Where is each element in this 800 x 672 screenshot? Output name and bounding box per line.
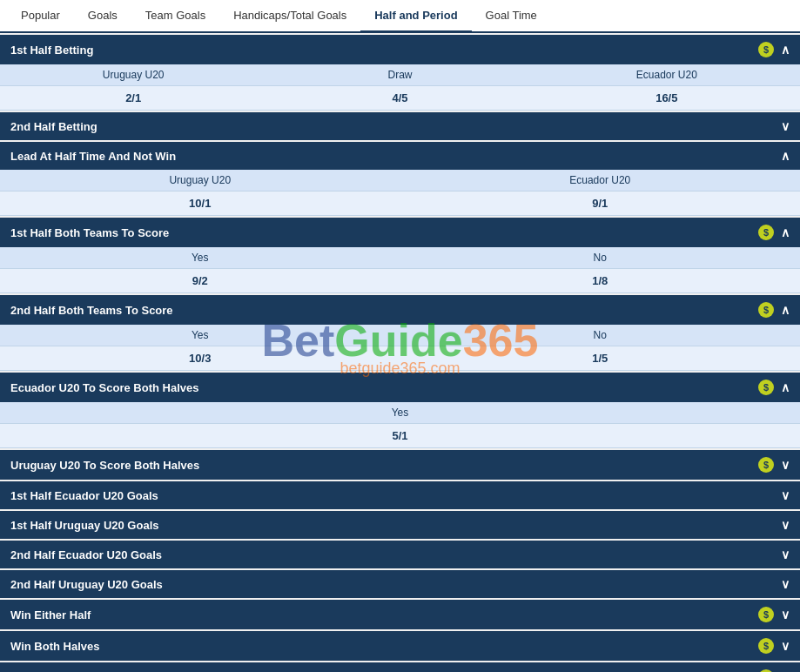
section-content-1st-half-both: Yes No 9/2 1/8	[0, 247, 800, 293]
header-left-1: 1st Half Betting	[10, 44, 93, 57]
nav-tabs: Popular Goals Team Goals Handicaps/Total…	[0, 0, 800, 33]
section-content-lead-at-half: Uruguay U20 Ecuador U20 10/1 9/1	[0, 170, 800, 216]
odds-uru-lead[interactable]: 10/1	[0, 192, 400, 215]
header-left-8: 1st Half Ecuador U20 Goals	[10, 489, 158, 502]
section-content-2nd-half-both: Yes No 10/3 1/5	[0, 325, 800, 371]
chevron-icon-8[interactable]: ∨	[781, 488, 790, 502]
odds-no-2hbts[interactable]: 1/5	[400, 346, 801, 370]
chevron-icon-3[interactable]: ∧	[781, 149, 790, 163]
section-title-win-either-half: Win Either Half	[10, 608, 91, 622]
section-title-win-both-halves: Win Both Halves	[10, 640, 99, 653]
header-right-12: $ ∨	[758, 607, 790, 622]
chevron-icon-10[interactable]: ∨	[781, 548, 790, 561]
col-header-ecuador: Ecuador U20	[534, 64, 800, 85]
col-header-uru-3: Uruguay U20	[0, 170, 400, 191]
header-left-12: Win Either Half	[10, 608, 91, 622]
section-header-2nd-half-betting[interactable]: 2nd Half Betting ∨	[0, 112, 800, 140]
odds-header-row-5: Yes No	[0, 325, 800, 346]
section-title-1st-half-ecuador-goals: 1st Half Ecuador U20 Goals	[10, 489, 158, 502]
section-2nd-half-both-teams: 2nd Half Both Teams To Score $ ∧ Yes No …	[0, 295, 800, 371]
dollar-icon-12[interactable]: $	[758, 607, 774, 622]
odds-no-1hbts[interactable]: 1/8	[400, 269, 801, 292]
header-right-10: ∨	[781, 548, 790, 561]
tab-half-and-period[interactable]: Half and Period	[360, 0, 471, 33]
dollar-icon-13[interactable]: $	[758, 638, 774, 654]
col-spacer-val-6	[534, 424, 800, 447]
section-header-win-both-halves[interactable]: Win Both Halves $ ∨	[0, 631, 800, 661]
section-uruguay-score-both: Uruguay U20 To Score Both Halves $ ∨	[0, 450, 800, 480]
section-content-ecuador-score-both: Yes 5/1	[0, 402, 800, 448]
odds-value-row-5: 10/3 1/5	[0, 346, 800, 371]
dollar-icon-7[interactable]: $	[758, 457, 774, 473]
col-header-ecu-3: Ecuador U20	[400, 170, 801, 191]
odds-ecu-lead[interactable]: 9/1	[400, 192, 801, 215]
section-header-2nd-half-both[interactable]: 2nd Half Both Teams To Score $ ∧	[0, 295, 800, 325]
header-right-3: ∧	[781, 149, 790, 163]
odds-uruguay-1h[interactable]: 2/1	[0, 86, 266, 110]
chevron-icon-5[interactable]: ∧	[781, 303, 790, 317]
odds-header-row-4: Yes No	[0, 247, 800, 269]
odds-yes-ecu-both-halves[interactable]: 5/1	[266, 424, 533, 447]
section-2nd-half-betting: 2nd Half Betting ∨	[0, 112, 800, 140]
section-title-ecuador-score-both: Ecuador U20 To Score Both Halves	[10, 381, 199, 394]
section-header-ecuador-highest-scoring[interactable]: Ecuador U20 Highest Scoring Half? $ ∨	[0, 662, 800, 672]
section-title-1st-half-both: 1st Half Both Teams To Score	[10, 226, 169, 239]
header-right-5: $ ∧	[758, 302, 790, 318]
odds-yes-1hbts[interactable]: 9/2	[0, 269, 400, 292]
chevron-icon-1[interactable]: ∧	[781, 43, 790, 57]
header-right-1: $ ∧	[758, 42, 790, 57]
section-header-2nd-half-uruguay-goals[interactable]: 2nd Half Uruguay U20 Goals ∨	[0, 570, 800, 598]
dollar-icon-1[interactable]: $	[758, 42, 774, 57]
section-header-win-either-half[interactable]: Win Either Half $ ∨	[0, 600, 800, 629]
section-header-1st-half-ecuador-goals[interactable]: 1st Half Ecuador U20 Goals ∨	[0, 481, 800, 509]
section-header-1st-half-both[interactable]: 1st Half Both Teams To Score $ ∧	[0, 218, 800, 247]
tab-team-goals[interactable]: Team Goals	[131, 0, 219, 31]
col-header-uruguay: Uruguay U20	[0, 64, 266, 85]
chevron-icon-13[interactable]: ∨	[781, 639, 790, 653]
section-ecuador-highest-scoring: Ecuador U20 Highest Scoring Half? $ ∨	[0, 662, 800, 672]
tab-goals[interactable]: Goals	[74, 0, 131, 31]
odds-value-row-4: 9/2 1/8	[0, 269, 800, 293]
odds-ecuador-1h[interactable]: 16/5	[534, 86, 800, 110]
chevron-icon-7[interactable]: ∨	[781, 458, 790, 472]
section-content-1st-half-betting: Uruguay U20 Draw Ecuador U20 2/1 4/5 16/…	[0, 64, 800, 111]
header-right-2: ∨	[781, 119, 790, 133]
section-title-1st-half-betting: 1st Half Betting	[10, 44, 93, 57]
header-left-13: Win Both Halves	[10, 640, 99, 653]
section-header-2nd-half-ecuador-goals[interactable]: 2nd Half Ecuador U20 Goals ∨	[0, 541, 800, 568]
odds-draw-1h[interactable]: 4/5	[266, 86, 533, 110]
col-header-no-5: No	[400, 325, 801, 346]
chevron-icon-6[interactable]: ∧	[781, 380, 790, 394]
tab-handicaps[interactable]: Handicaps/Total Goals	[219, 0, 360, 31]
dollar-icon-4[interactable]: $	[758, 225, 774, 240]
dollar-icon-5[interactable]: $	[758, 302, 774, 318]
chevron-icon-2[interactable]: ∨	[781, 119, 790, 133]
header-right-9: ∨	[781, 518, 790, 532]
header-left-6: Ecuador U20 To Score Both Halves	[10, 381, 199, 394]
section-ecuador-score-both: Ecuador U20 To Score Both Halves $ ∧ Yes…	[0, 373, 800, 448]
section-win-both-halves: Win Both Halves $ ∨	[0, 631, 800, 661]
tab-popular[interactable]: Popular	[7, 0, 74, 31]
chevron-icon-11[interactable]: ∨	[781, 577, 790, 591]
header-left-4: 1st Half Both Teams To Score	[10, 226, 169, 239]
section-header-1st-half-uruguay-goals[interactable]: 1st Half Uruguay U20 Goals ∨	[0, 511, 800, 539]
odds-header-row-1: Uruguay U20 Draw Ecuador U20	[0, 64, 800, 86]
section-header-ecuador-score-both[interactable]: Ecuador U20 To Score Both Halves $ ∧	[0, 373, 800, 402]
odds-value-row-3: 10/1 9/1	[0, 192, 800, 216]
section-title-1st-half-uruguay-goals: 1st Half Uruguay U20 Goals	[10, 519, 159, 532]
section-header-lead-at-half[interactable]: Lead At Half Time And Not Win ∧	[0, 142, 800, 170]
chevron-icon-12[interactable]: ∨	[781, 608, 790, 622]
odds-value-row-1: 2/1 4/5 16/5	[0, 86, 800, 111]
dollar-icon-6[interactable]: $	[758, 380, 774, 395]
section-header-uruguay-score-both[interactable]: Uruguay U20 To Score Both Halves $ ∨	[0, 450, 800, 480]
section-2nd-half-uruguay-goals: 2nd Half Uruguay U20 Goals ∨	[0, 570, 800, 598]
chevron-icon-9[interactable]: ∨	[781, 518, 790, 532]
chevron-icon-4[interactable]: ∧	[781, 225, 790, 239]
col-header-yes-4: Yes	[0, 247, 400, 268]
section-header-1st-half-betting[interactable]: 1st Half Betting $ ∧	[0, 35, 800, 64]
tab-goal-time[interactable]: Goal Time	[472, 0, 551, 31]
header-left-7: Uruguay U20 To Score Both Halves	[10, 459, 199, 472]
header-right-8: ∨	[781, 488, 790, 502]
odds-yes-2hbts[interactable]: 10/3	[0, 346, 400, 370]
section-1st-half-betting: 1st Half Betting $ ∧ Uruguay U20 Draw Ec…	[0, 35, 800, 111]
